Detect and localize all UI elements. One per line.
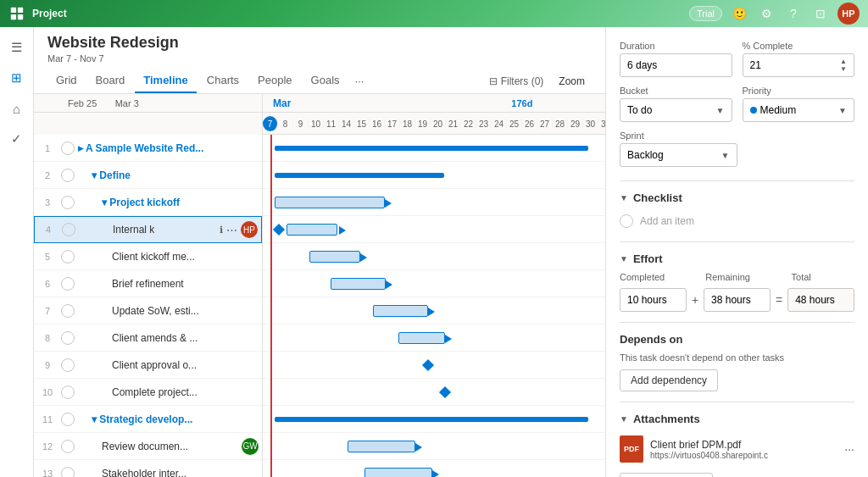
duration-label: 176d — [511, 98, 532, 108]
info-icon[interactable]: ℹ — [220, 225, 223, 236]
gantt-row-11 — [263, 406, 605, 433]
checklist-add-item[interactable]: Add an item — [620, 211, 854, 231]
gantt-row-3 — [263, 189, 605, 216]
percent-field-group: % Complete 21 ▲▼ — [743, 41, 855, 77]
task-checkbox[interactable] — [61, 467, 75, 478]
svg-rect-2 — [11, 14, 16, 19]
attachment-item: PDF Client brief DPM.pdf https://virtuos… — [620, 432, 854, 466]
gantt-row-7 — [263, 297, 605, 324]
task-row[interactable]: 3 ▾ Project kickoff — [34, 189, 262, 216]
attachment-name[interactable]: Client brief DPM.pdf — [650, 439, 837, 451]
sidebar-check-icon[interactable]: ✓ — [3, 125, 31, 153]
task-checkbox[interactable] — [61, 358, 75, 372]
checklist-chevron[interactable]: ▼ — [620, 193, 628, 202]
gantt-bar — [275, 417, 588, 422]
task-row[interactable]: 12 Review documen... GW — [34, 433, 262, 460]
effort-chevron[interactable]: ▼ — [620, 254, 628, 263]
settings-icon[interactable]: ⚙ — [756, 3, 776, 24]
duration-input[interactable]: 6 days — [620, 53, 732, 77]
more-icon[interactable]: ⋯ — [226, 224, 237, 236]
total-value: 48 hours — [795, 294, 835, 306]
depends-text: This task doesn't depend on other tasks — [620, 352, 854, 363]
task-checkbox[interactable] — [61, 196, 75, 209]
tab-timeline[interactable]: Timeline — [135, 69, 197, 93]
gantt-bar — [398, 332, 445, 344]
add-attachment-button[interactable]: Add attachment — [620, 473, 713, 477]
task-row[interactable]: 11 ▾ Strategic develop... — [34, 406, 262, 433]
trial-button[interactable]: Trial — [689, 6, 722, 21]
task-checkbox[interactable] — [61, 413, 75, 426]
completed-label: Completed — [620, 272, 682, 282]
checklist-placeholder: Add an item — [640, 215, 694, 227]
task-row[interactable]: 13 Stakeholder inter... — [34, 460, 262, 477]
day-cell: 9 — [293, 119, 309, 129]
task-checkbox[interactable] — [62, 223, 75, 236]
tab-grid[interactable]: Grid — [47, 69, 86, 93]
task-checkbox[interactable] — [61, 250, 75, 263]
day-today: 7 — [263, 116, 278, 131]
row-number: 5 — [37, 252, 58, 262]
tab-people[interactable]: People — [249, 69, 300, 93]
svg-rect-1 — [18, 8, 23, 13]
task-row[interactable]: 2 ▾ Define — [34, 162, 262, 189]
gantt-bar — [275, 173, 444, 178]
task-row-selected[interactable]: 4 Internal k ℹ ⋯ HP — [34, 216, 262, 243]
day-cell: 15 — [354, 119, 370, 129]
day-cell: 30 — [583, 119, 598, 129]
total-label: Total — [792, 272, 854, 282]
tab-board[interactable]: Board — [87, 69, 134, 93]
day-cell: 18 — [400, 119, 415, 129]
percent-input[interactable]: 21 ▲▼ — [743, 53, 855, 77]
sprint-dropdown[interactable]: Backlog ▼ — [620, 143, 737, 167]
tab-more[interactable]: ··· — [350, 71, 370, 91]
gantt-day-row: 7 8 9 10 11 14 15 16 17 18 19 20 21 22 — [263, 113, 605, 135]
title-bar: Project Trial 🙂 ⚙ ? ⊡ HP — [0, 0, 868, 27]
task-checkbox[interactable] — [61, 141, 75, 155]
task-row[interactable]: 6 Brief refinement — [34, 270, 262, 297]
task-row[interactable]: 10 Complete project... — [34, 379, 262, 406]
tab-goals[interactable]: Goals — [303, 69, 348, 93]
sidebar-home-icon[interactable]: ⌂ — [3, 95, 31, 122]
gantt-row-12 — [263, 433, 605, 460]
add-dependency-button[interactable]: Add dependency — [620, 369, 718, 391]
remaining-field[interactable]: 38 hours — [704, 288, 771, 312]
day-cell: 20 — [431, 119, 446, 129]
task-row[interactable]: 9 Client approval o... — [34, 352, 262, 379]
task-checkbox[interactable] — [61, 277, 75, 291]
help-icon[interactable]: ? — [783, 3, 804, 24]
task-checkbox[interactable] — [61, 331, 75, 345]
gantt-row-5 — [263, 243, 605, 270]
task-row[interactable]: 8 Client amends & ... — [34, 324, 262, 352]
task-row[interactable]: 1 ▸ A Sample Website Red... — [34, 135, 262, 162]
sidebar-grid-icon[interactable]: ⊞ — [3, 64, 31, 92]
window-restore-icon[interactable]: ⊡ — [810, 3, 831, 24]
task-checkbox[interactable] — [61, 440, 75, 453]
completed-field[interactable]: 10 hours — [620, 288, 687, 312]
priority-dot — [750, 104, 760, 116]
filter-button[interactable]: ⊟ Filters (0) — [482, 72, 551, 91]
gantt-chart: Mar 176d 7 8 9 10 11 14 15 16 17 18 — [263, 94, 605, 477]
attachment-more-icon[interactable]: ··· — [844, 442, 854, 456]
avatar[interactable]: HP — [837, 3, 860, 25]
task-checkbox[interactable] — [61, 385, 75, 399]
emoji-icon[interactable]: 🙂 — [729, 3, 749, 24]
spinner-buttons[interactable]: ▲▼ — [840, 58, 847, 73]
zoom-button[interactable]: Zoom — [552, 72, 592, 91]
gantt-row-10 — [263, 379, 605, 406]
bucket-dropdown[interactable]: To do ▼ — [620, 98, 732, 122]
day-cell: 24 — [492, 119, 507, 129]
task-row[interactable]: 7 Update SoW, esti... — [34, 297, 262, 324]
task-row[interactable]: 5 Client kickoff me... — [34, 243, 262, 270]
attachments-chevron[interactable]: ▼ — [620, 414, 628, 424]
task-name: ▸ A Sample Website Red... — [78, 142, 259, 154]
row-number: 8 — [37, 333, 58, 343]
percent-value: 21 — [750, 59, 761, 71]
tab-charts[interactable]: Charts — [198, 69, 248, 93]
task-checkbox[interactable] — [61, 304, 75, 318]
today-line — [270, 135, 272, 477]
sidebar-menu-icon[interactable]: ☰ — [3, 34, 31, 61]
task-checkbox[interactable] — [61, 169, 75, 182]
duration-label: Duration — [620, 41, 732, 51]
row-number: 11 — [37, 414, 58, 424]
priority-dropdown[interactable]: Medium ▼ — [743, 98, 855, 122]
